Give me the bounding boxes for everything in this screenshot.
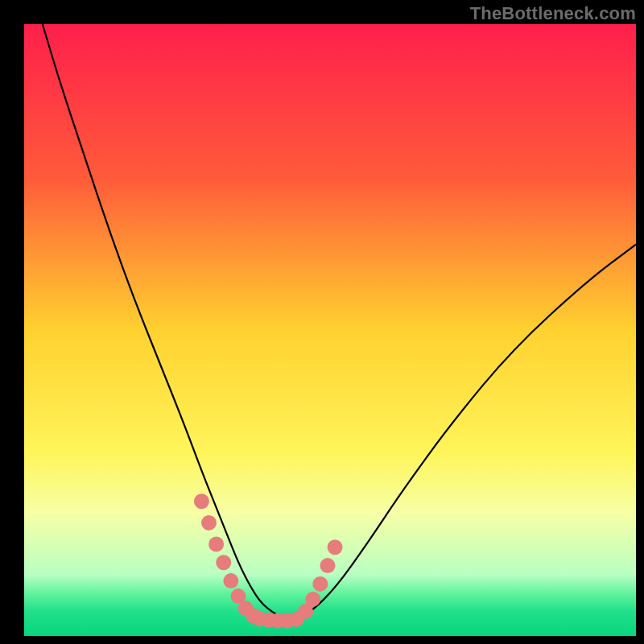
chart-canvas <box>0 0 644 644</box>
highlight-dot <box>312 576 328 592</box>
highlight-dot <box>328 539 343 555</box>
highlight-dot <box>223 573 238 588</box>
highlight-dot <box>305 592 320 607</box>
highlight-dot <box>216 555 231 570</box>
highlight-dot <box>208 537 224 552</box>
watermark-text: TheBottleneck.com <box>470 3 636 24</box>
chart-frame: TheBottleneck.com <box>0 0 644 644</box>
highlight-dot <box>194 493 209 509</box>
highlight-dot <box>320 558 335 573</box>
highlight-dot <box>201 515 217 530</box>
